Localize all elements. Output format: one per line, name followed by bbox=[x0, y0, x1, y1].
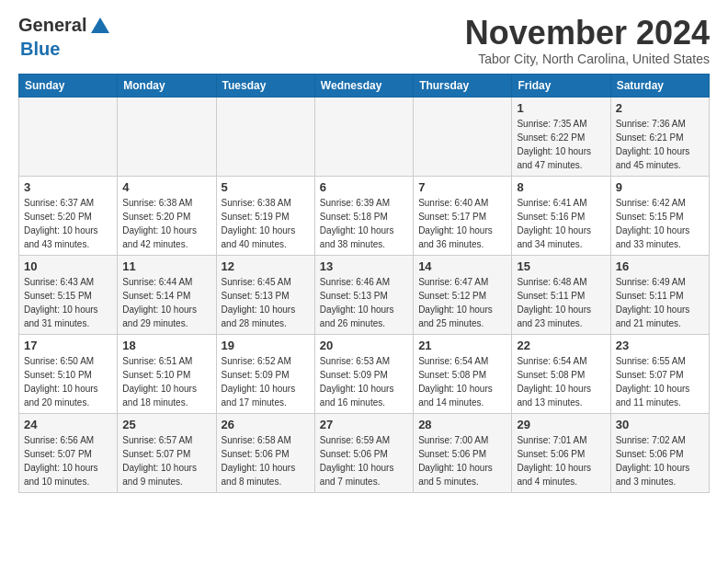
calendar: SundayMondayTuesdayWednesdayThursdayFrid… bbox=[18, 74, 710, 493]
day-number: 28 bbox=[418, 418, 506, 431]
day-info: Sunrise: 6:44 AMSunset: 5:14 PMDaylight:… bbox=[122, 275, 210, 330]
day-number: 14 bbox=[418, 259, 506, 273]
day-cell: 11Sunrise: 6:44 AMSunset: 5:14 PMDayligh… bbox=[118, 255, 216, 334]
day-number: 4 bbox=[122, 180, 210, 194]
day-cell: 4Sunrise: 6:38 AMSunset: 5:20 PMDaylight… bbox=[118, 176, 216, 255]
day-number: 13 bbox=[320, 259, 408, 273]
weekday-header-row: SundayMondayTuesdayWednesdayThursdayFrid… bbox=[19, 74, 710, 97]
day-info: Sunrise: 6:55 AMSunset: 5:07 PMDaylight:… bbox=[616, 354, 704, 409]
day-number: 2 bbox=[616, 101, 704, 115]
day-cell: 26Sunrise: 6:58 AMSunset: 5:06 PMDayligh… bbox=[216, 413, 314, 492]
day-info: Sunrise: 6:54 AMSunset: 5:08 PMDaylight:… bbox=[418, 354, 506, 409]
day-info: Sunrise: 6:48 AMSunset: 5:11 PMDaylight:… bbox=[517, 275, 605, 330]
day-cell: 1Sunrise: 7:35 AMSunset: 6:22 PMDaylight… bbox=[512, 97, 610, 176]
day-info: Sunrise: 6:47 AMSunset: 5:12 PMDaylight:… bbox=[418, 275, 506, 330]
day-info: Sunrise: 7:35 AMSunset: 6:22 PMDaylight:… bbox=[517, 117, 605, 172]
day-info: Sunrise: 6:54 AMSunset: 5:08 PMDaylight:… bbox=[517, 354, 605, 409]
day-cell: 30Sunrise: 7:02 AMSunset: 5:06 PMDayligh… bbox=[610, 413, 709, 492]
day-number: 29 bbox=[517, 418, 605, 431]
day-cell: 9Sunrise: 6:42 AMSunset: 5:15 PMDaylight… bbox=[610, 176, 709, 255]
day-info: Sunrise: 6:43 AMSunset: 5:15 PMDaylight:… bbox=[24, 275, 112, 330]
day-number: 19 bbox=[222, 339, 310, 352]
day-info: Sunrise: 6:58 AMSunset: 5:06 PMDaylight:… bbox=[222, 433, 310, 488]
day-info: Sunrise: 7:00 AMSunset: 5:06 PMDaylight:… bbox=[418, 433, 506, 488]
day-info: Sunrise: 6:39 AMSunset: 5:18 PMDaylight:… bbox=[320, 196, 408, 251]
day-cell bbox=[216, 97, 314, 176]
day-cell: 10Sunrise: 6:43 AMSunset: 5:15 PMDayligh… bbox=[19, 255, 118, 334]
day-info: Sunrise: 6:50 AMSunset: 5:10 PMDaylight:… bbox=[24, 354, 112, 409]
day-cell: 23Sunrise: 6:55 AMSunset: 5:07 PMDayligh… bbox=[610, 334, 709, 413]
weekday-wednesday: Wednesday bbox=[314, 74, 413, 97]
title-area: November 2024 Tabor City, North Carolina… bbox=[465, 15, 710, 66]
day-number: 12 bbox=[222, 259, 310, 273]
day-info: Sunrise: 6:46 AMSunset: 5:13 PMDaylight:… bbox=[320, 275, 408, 330]
day-cell: 14Sunrise: 6:47 AMSunset: 5:12 PMDayligh… bbox=[414, 255, 512, 334]
day-cell: 7Sunrise: 6:40 AMSunset: 5:17 PMDaylight… bbox=[414, 176, 512, 255]
weekday-friday: Friday bbox=[512, 74, 610, 97]
logo-blue: Blue bbox=[20, 39, 112, 59]
day-cell bbox=[314, 97, 413, 176]
day-info: Sunrise: 6:52 AMSunset: 5:09 PMDaylight:… bbox=[222, 354, 310, 409]
day-cell: 15Sunrise: 6:48 AMSunset: 5:11 PMDayligh… bbox=[512, 255, 610, 334]
day-cell: 19Sunrise: 6:52 AMSunset: 5:09 PMDayligh… bbox=[216, 334, 314, 413]
day-cell: 3Sunrise: 6:37 AMSunset: 5:20 PMDaylight… bbox=[19, 176, 118, 255]
day-cell: 20Sunrise: 6:53 AMSunset: 5:09 PMDayligh… bbox=[314, 334, 413, 413]
day-info: Sunrise: 7:02 AMSunset: 5:06 PMDaylight:… bbox=[616, 433, 704, 488]
day-cell: 18Sunrise: 6:51 AMSunset: 5:10 PMDayligh… bbox=[118, 334, 216, 413]
day-cell: 13Sunrise: 6:46 AMSunset: 5:13 PMDayligh… bbox=[314, 255, 413, 334]
day-number: 6 bbox=[320, 180, 408, 194]
day-cell: 24Sunrise: 6:56 AMSunset: 5:07 PMDayligh… bbox=[19, 413, 118, 492]
day-info: Sunrise: 7:36 AMSunset: 6:21 PMDaylight:… bbox=[616, 117, 704, 172]
day-info: Sunrise: 6:40 AMSunset: 5:17 PMDaylight:… bbox=[418, 196, 506, 251]
week-row-5: 24Sunrise: 6:56 AMSunset: 5:07 PMDayligh… bbox=[19, 413, 710, 492]
day-number: 1 bbox=[517, 101, 605, 115]
week-row-4: 17Sunrise: 6:50 AMSunset: 5:10 PMDayligh… bbox=[19, 334, 710, 413]
day-number: 5 bbox=[222, 180, 310, 194]
day-number: 24 bbox=[24, 418, 112, 431]
day-number: 30 bbox=[616, 418, 704, 431]
day-info: Sunrise: 6:51 AMSunset: 5:10 PMDaylight:… bbox=[122, 354, 210, 409]
day-cell: 21Sunrise: 6:54 AMSunset: 5:08 PMDayligh… bbox=[414, 334, 512, 413]
day-info: Sunrise: 7:01 AMSunset: 5:06 PMDaylight:… bbox=[517, 433, 605, 488]
week-row-1: 1Sunrise: 7:35 AMSunset: 6:22 PMDaylight… bbox=[19, 97, 710, 176]
day-number: 9 bbox=[616, 180, 704, 194]
day-cell bbox=[118, 97, 216, 176]
day-number: 26 bbox=[222, 418, 310, 431]
day-number: 23 bbox=[616, 339, 704, 352]
day-cell bbox=[19, 97, 118, 176]
day-number: 25 bbox=[122, 418, 210, 431]
weekday-sunday: Sunday bbox=[19, 74, 118, 97]
day-cell: 5Sunrise: 6:38 AMSunset: 5:19 PMDaylight… bbox=[216, 176, 314, 255]
page: General Blue November 2024 Tabor City, N… bbox=[0, 0, 728, 502]
day-number: 22 bbox=[517, 339, 605, 352]
day-info: Sunrise: 6:45 AMSunset: 5:13 PMDaylight:… bbox=[222, 275, 310, 330]
weekday-saturday: Saturday bbox=[610, 74, 709, 97]
day-cell: 27Sunrise: 6:59 AMSunset: 5:06 PMDayligh… bbox=[314, 413, 413, 492]
day-info: Sunrise: 6:57 AMSunset: 5:07 PMDaylight:… bbox=[122, 433, 210, 488]
day-number: 11 bbox=[122, 259, 210, 273]
day-number: 7 bbox=[418, 180, 506, 194]
day-number: 15 bbox=[517, 259, 605, 273]
header: General Blue November 2024 Tabor City, N… bbox=[18, 15, 710, 66]
day-info: Sunrise: 6:42 AMSunset: 5:15 PMDaylight:… bbox=[616, 196, 704, 251]
location-subtitle: Tabor City, North Carolina, United State… bbox=[465, 52, 710, 66]
logo-icon bbox=[88, 15, 112, 39]
day-number: 20 bbox=[320, 339, 408, 352]
day-number: 18 bbox=[122, 339, 210, 352]
day-number: 21 bbox=[418, 339, 506, 352]
day-cell: 29Sunrise: 7:01 AMSunset: 5:06 PMDayligh… bbox=[512, 413, 610, 492]
day-number: 17 bbox=[24, 339, 112, 352]
day-number: 3 bbox=[24, 180, 112, 194]
day-info: Sunrise: 6:59 AMSunset: 5:06 PMDaylight:… bbox=[320, 433, 408, 488]
day-cell: 2Sunrise: 7:36 AMSunset: 6:21 PMDaylight… bbox=[610, 97, 709, 176]
day-info: Sunrise: 6:38 AMSunset: 5:19 PMDaylight:… bbox=[222, 196, 310, 251]
day-cell: 8Sunrise: 6:41 AMSunset: 5:16 PMDaylight… bbox=[512, 176, 610, 255]
week-row-3: 10Sunrise: 6:43 AMSunset: 5:15 PMDayligh… bbox=[19, 255, 710, 334]
week-row-2: 3Sunrise: 6:37 AMSunset: 5:20 PMDaylight… bbox=[19, 176, 710, 255]
day-cell: 12Sunrise: 6:45 AMSunset: 5:13 PMDayligh… bbox=[216, 255, 314, 334]
day-number: 8 bbox=[517, 180, 605, 194]
weekday-tuesday: Tuesday bbox=[216, 74, 314, 97]
weekday-thursday: Thursday bbox=[414, 74, 512, 97]
day-info: Sunrise: 6:37 AMSunset: 5:20 PMDaylight:… bbox=[24, 196, 112, 251]
day-cell: 25Sunrise: 6:57 AMSunset: 5:07 PMDayligh… bbox=[118, 413, 216, 492]
